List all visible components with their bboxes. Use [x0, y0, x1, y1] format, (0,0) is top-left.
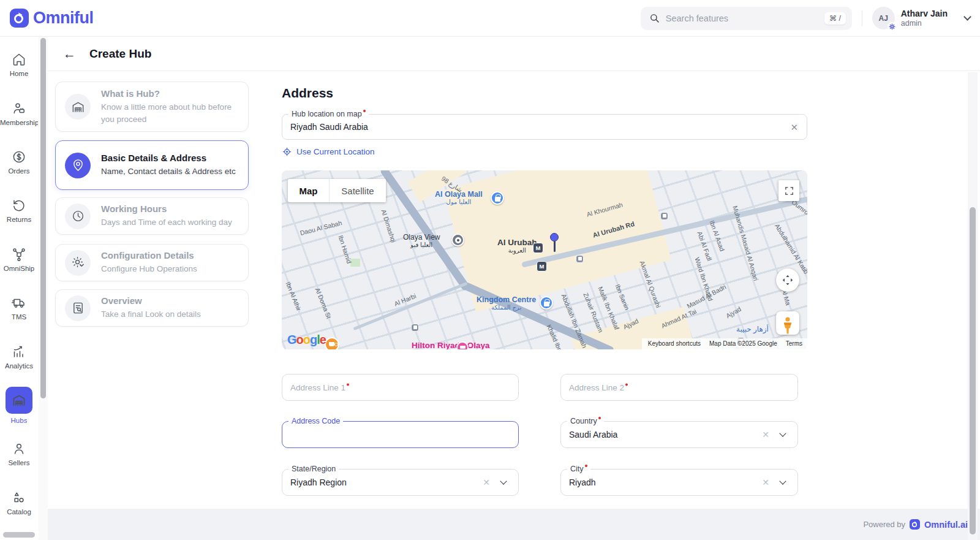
- view-marker[interactable]: [451, 234, 464, 246]
- orders-icon: [12, 150, 26, 164]
- sidebar-item-membership[interactable]: Membership: [0, 89, 38, 137]
- fullscreen-icon: [784, 186, 794, 196]
- search-icon: [649, 13, 660, 23]
- sidebar: HomeMembershipOrdersReturnsOmniShipTMSAn…: [0, 37, 38, 540]
- city-select[interactable]: City Riyadh ✕: [560, 469, 798, 496]
- avatar: AJ: [872, 7, 895, 29]
- address-code-label: Address Code: [288, 417, 343, 425]
- terms-link[interactable]: Terms: [786, 340, 802, 347]
- user-menu[interactable]: AJ Atharv Jain admin: [872, 7, 970, 29]
- country-select[interactable]: Country Saudi Arabia ✕: [560, 421, 798, 448]
- satellite-view-button[interactable]: Satellite: [330, 179, 386, 202]
- page-scrollbar-thumb[interactable]: [970, 207, 976, 534]
- sidebar-horizontal-scrollbar-thumb[interactable]: [3, 532, 35, 538]
- sidebar-item-sellers[interactable]: Sellers: [0, 430, 38, 478]
- use-current-location-text: Use Current Location: [296, 147, 375, 156]
- sidebar-scrollbar-thumb[interactable]: [40, 38, 46, 398]
- powered-by-text: Powered by: [863, 520, 905, 529]
- clear-icon[interactable]: ✕: [762, 430, 769, 439]
- step-card-working-hours[interactable]: Working HoursDays and Time of each worki…: [55, 197, 249, 235]
- step-card-configuration-details[interactable]: Configuration DetailsConfigure Hub Opera…: [55, 244, 249, 281]
- avatar-initials: AJ: [879, 14, 888, 23]
- sidebar-item-label: OmniShip: [4, 265, 35, 272]
- active-tile: [6, 387, 32, 414]
- step-description: Days and Time of each working day: [101, 216, 232, 228]
- search-input[interactable]: Search features ⌘ /: [641, 7, 852, 30]
- step-icon-circle: [65, 295, 91, 321]
- sidebar-item-hubs[interactable]: Hubs: [0, 381, 38, 430]
- bus-marker[interactable]: [660, 212, 668, 220]
- step-title: What is Hub?: [101, 88, 239, 99]
- user-role: admin: [901, 19, 948, 28]
- step-card-basic-details-address[interactable]: Basic Details & AddressName, Contact det…: [55, 140, 249, 190]
- pan-expand-button[interactable]: [776, 268, 799, 292]
- sidebar-item-tms[interactable]: TMS: [0, 284, 38, 332]
- overview-icon: [71, 301, 85, 315]
- chevron-down-icon[interactable]: [779, 478, 786, 485]
- page-header: ← Create Hub: [48, 37, 980, 71]
- sidebar-item-returns[interactable]: Returns: [0, 186, 38, 235]
- country-label: Country: [567, 417, 604, 425]
- step-card-what-is-hub[interactable]: What is Hub?Know a little more about hub…: [55, 82, 249, 132]
- required-dot: [625, 384, 628, 386]
- clear-icon[interactable]: ✕: [790, 123, 798, 132]
- mall-marker[interactable]: [540, 296, 553, 310]
- location-pin-icon: [71, 158, 85, 172]
- step-description: Take a final Look on details: [101, 308, 201, 320]
- map-poi-label[interactable]: أزهار حبيبة: [736, 325, 769, 333]
- sidebar-item-catalog[interactable]: Catalog: [0, 479, 38, 527]
- hub-location-label: Hub location on map: [288, 110, 369, 118]
- step-title: Working Hours: [101, 203, 232, 214]
- map-view-button[interactable]: Map: [288, 179, 330, 202]
- pegman-button[interactable]: [776, 311, 799, 335]
- cafe-marker[interactable]: [325, 337, 339, 349]
- truck-icon: [12, 295, 26, 310]
- use-current-location-link[interactable]: Use Current Location: [282, 147, 375, 156]
- mall-marker[interactable]: [491, 191, 504, 205]
- clear-icon[interactable]: ✕: [483, 478, 490, 487]
- bus-marker[interactable]: [576, 255, 584, 263]
- sidebar-item-analytics[interactable]: Analytics: [0, 332, 38, 381]
- map-data-text: Map Data ©2025 Google: [709, 340, 777, 347]
- state-region-select[interactable]: State/Region Riyadh Region ✕: [282, 469, 519, 496]
- sidebar-item-orders[interactable]: Orders: [0, 138, 38, 186]
- omniful-logo[interactable]: Omniful: [10, 9, 94, 28]
- pin-marker[interactable]: [550, 233, 559, 256]
- metro-marker[interactable]: M: [537, 261, 547, 272]
- map-poi-label[interactable]: Olaya Viewالعليا فيو: [403, 233, 440, 248]
- map-poi-label[interactable]: Al Urubahالعروبة: [497, 238, 537, 254]
- step-description: Configure Hub Operations: [101, 263, 197, 275]
- hub-location-input[interactable]: Hub location on map Riyadh Saudi Arabia …: [282, 114, 807, 140]
- step-title: Overview: [101, 295, 201, 306]
- bus-marker[interactable]: [411, 324, 419, 332]
- back-button[interactable]: ←: [63, 47, 76, 60]
- omniful-logo-text: Omniful: [33, 9, 94, 28]
- returns-icon: [12, 198, 26, 213]
- step-title: Basic Details & Address: [101, 153, 236, 163]
- address-line-2-input[interactable]: Address Line 2: [560, 374, 798, 401]
- state-region-value: Riyadh Region: [290, 477, 347, 487]
- sidebar-item-home[interactable]: Home: [0, 40, 38, 89]
- sidebar-item-omniship[interactable]: OmniShip: [0, 235, 38, 284]
- catalog-icon: [12, 490, 26, 505]
- address-line-1-input[interactable]: Address Line 1: [282, 374, 519, 401]
- address-code-input[interactable]: Address Code: [282, 421, 519, 448]
- omniship-icon: [12, 247, 26, 262]
- step-card-overview[interactable]: OverviewTake a final Look on details: [55, 289, 249, 327]
- sidebar-item-label: Membership: [0, 119, 38, 126]
- hotel-marker[interactable]: [456, 341, 469, 349]
- metro-marker[interactable]: M: [533, 243, 543, 253]
- clear-icon[interactable]: ✕: [762, 478, 769, 487]
- omniful-ai-link[interactable]: Omniful.ai: [924, 520, 968, 530]
- keyboard-shortcuts-link[interactable]: Keyboard shortcuts: [648, 340, 701, 347]
- google-logo[interactable]: Google: [287, 333, 326, 347]
- map-poi-label[interactable]: Kingdom Centreبرج المملكة: [477, 295, 536, 311]
- map-poi-label[interactable]: Al Olaya Mallالعليا مول: [435, 190, 483, 205]
- gear-icon: [888, 22, 897, 31]
- map-poi-label[interactable]: Hilton Riyadh Olaya: [412, 341, 490, 349]
- fullscreen-button[interactable]: [778, 180, 799, 201]
- map[interactable]: شارع 98Al DimashqiDaou Al SabahIbn Hamid…: [282, 170, 807, 349]
- chevron-down-icon[interactable]: [500, 478, 507, 485]
- chevron-down-icon[interactable]: [779, 430, 786, 437]
- pan-arrows-icon: [782, 274, 794, 286]
